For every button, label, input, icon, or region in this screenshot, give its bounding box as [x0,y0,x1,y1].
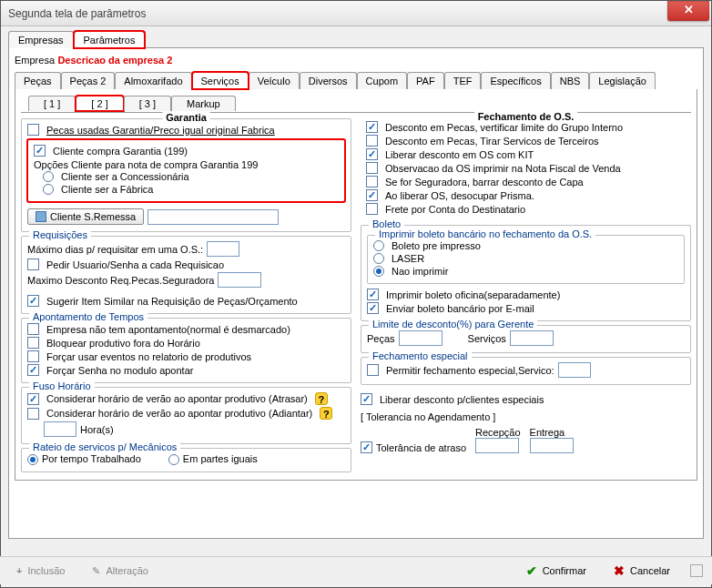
cb-desocupar-prisma[interactable] [366,189,378,201]
rb-tempo-trabalhado[interactable] [27,454,38,465]
tab-paf[interactable]: PAF [407,72,444,89]
tab-servicos[interactable]: Serviços [192,72,249,89]
x-icon [614,563,625,578]
cb-fuso-adiantar[interactable] [27,408,39,420]
cb-pedir-usuario[interactable] [27,259,39,270]
input-limite-servicos[interactable] [510,330,554,346]
tab-veiculo[interactable]: Veículo [249,72,300,89]
btn-cliente-sremessa[interactable]: Cliente S.Remessa [27,208,144,225]
cb-tolerancia-atraso[interactable] [361,441,372,453]
close-button[interactable]: ✕ [667,1,709,21]
subtab-1[interactable]: [ 1 ] [28,96,76,111]
empresa-label: Empresa [15,55,55,66]
group-garantia: Garantia Pecas usadas Garantia/Preco igu… [21,118,351,232]
rb-partes-iguais[interactable] [168,454,179,465]
btn-cancelar[interactable]: Cancelar [606,561,677,581]
btn-alteracao[interactable]: Alteração [85,563,155,580]
group-requisicoes: Requisições Máximo dias p/ requisitar em… [21,236,351,314]
tab-pecas2[interactable]: Peças 2 [61,72,116,89]
help-icon[interactable]: ? [320,407,332,420]
lbl-opcoes-cliente: Opções Cliente para nota de compra Garan… [34,159,339,170]
lbl-concessionaria: Cliente ser a Concessionária [61,171,189,182]
cb-sem-apontamento[interactable] [27,323,39,335]
group-rateio: Rateio de servicos p/ Mecânicos Por temp… [21,448,351,472]
cb-fuso-atrasar[interactable] [27,393,39,405]
rb-concessionaria[interactable] [43,171,54,182]
btn-confirmar[interactable]: Confirmar [519,561,594,581]
input-max-dias[interactable] [207,241,239,257]
empresa-line: Empresa Descricao da empresa 2 [15,54,697,68]
resize-grip[interactable] [690,564,703,577]
input-tolerancia-entrega[interactable] [530,438,574,453]
empresa-desc: Descricao da empresa 2 [57,55,172,66]
tab-parametros[interactable]: Parâmetros [74,31,146,48]
main-panel: Empresa Descricao da empresa 2 Peças Peç… [8,47,704,539]
btn-inclusao[interactable]: Inclusão [9,563,72,579]
user-icon [36,211,46,222]
cb-boleto-oficina[interactable] [367,289,379,300]
tab-empresas[interactable]: Empresas [8,31,74,48]
cb-desc-pecas-grupo[interactable] [366,121,378,133]
cb-obs-nf[interactable] [366,162,378,174]
cb-sugerir-item[interactable] [27,295,39,307]
group-fech-especial: Fechamento especial Permitir fechamento … [361,357,691,385]
input-limite-pecas[interactable] [399,330,442,346]
cb-cliente-compra[interactable] [34,145,46,157]
group-fuso: Fuso Horário Considerar horário de verão… [21,387,351,444]
cb-frete[interactable] [366,203,378,215]
group-apontamento: Apontamento de Tempos Empresa não tem ap… [21,318,351,383]
lbl-fabrica: Cliente ser a Fábrica [61,184,154,195]
group-imprimir-boleto: Imprimir boleto bancário no fechamento d… [367,235,685,284]
rb-boleto-pre[interactable] [373,240,384,251]
input-sremessa[interactable] [147,209,279,225]
title-bar: Segunda tela de parâmetros ✕ [1,1,711,26]
cb-seguradora[interactable] [366,176,378,188]
tab-pecas[interactable]: Peças [15,72,61,89]
input-fech-especial-servico[interactable] [558,362,591,378]
subtab-3[interactable]: [ 3 ] [124,96,171,111]
lbl-cliente-compra: Cliente compra Garantia (199) [53,146,188,157]
right-column: Fechamento de O.S. Desconto em Pecas, ve… [361,115,691,476]
edit-icon [92,565,100,577]
window-title: Segunda tela de parâmetros [8,7,711,20]
secondary-panel: [ 1 ] [ 2 ] [ 3 ] Markup Garantia Pecas … [15,89,697,481]
input-horas[interactable] [44,421,76,437]
cb-bloquear-produtivo[interactable] [27,337,39,349]
tab-cupom[interactable]: Cupom [357,72,407,89]
lbl-max-desc: Maximo Desconto Req.Pecas.Seguradora [27,275,214,286]
cb-liberar-clientes-especiais[interactable] [361,393,372,405]
rb-boleto-laser[interactable] [373,253,384,264]
cb-forcar-eventos[interactable] [27,350,39,362]
lbl-max-dias: Máximo dias p/ requisitar em uma O.S.: [27,244,203,255]
primary-tabs: Empresas Parâmetros [8,31,704,48]
label-tolerancia-title: [ Tolerancia no Agendamento ] [361,411,691,422]
check-icon [526,563,537,578]
tab-almoxarifado[interactable]: Almoxarifado [115,72,191,89]
plus-icon [16,565,22,576]
rb-fabrica[interactable] [43,184,54,195]
help-icon[interactable]: ? [315,392,328,405]
cb-boleto-email[interactable] [367,302,379,314]
subtab-2[interactable]: [ 2 ] [76,96,123,111]
rb-boleto-nao[interactable] [373,266,384,277]
tertiary-tabs: [ 1 ] [ 2 ] [ 3 ] Markup [28,96,691,111]
tab-especificos[interactable]: Específicos [481,72,550,89]
group-cliente-compra: Cliente compra Garantia (199) Opções Cli… [27,139,345,202]
cb-liberar-kit[interactable] [366,148,378,160]
input-tolerancia-recepcao[interactable] [475,438,519,453]
tab-diversos[interactable]: Diversos [300,72,357,89]
tab-legislacao[interactable]: Legislação [589,72,656,89]
cb-pecas-usadas[interactable] [27,124,39,136]
garantia-title: Garantia [162,112,210,123]
cb-forcar-senha[interactable] [27,364,39,376]
group-tolerancia: [ Tolerancia no Agendamento ] Tolerância… [361,410,691,456]
empresa-field [176,54,385,68]
tab-tef[interactable]: TEF [444,72,482,89]
footer-bar: Inclusão Alteração Confirmar Cancelar [0,556,712,584]
lbl-pecas-usadas[interactable]: Pecas usadas Garantia/Preco igual origin… [46,125,275,136]
tab-nbs[interactable]: NBS [551,72,590,89]
cb-desc-pecas-terc[interactable] [366,135,378,147]
subtab-markup[interactable]: Markup [171,96,236,111]
input-max-desc[interactable] [218,272,261,288]
cb-permitir-fech-especial[interactable] [367,364,379,376]
